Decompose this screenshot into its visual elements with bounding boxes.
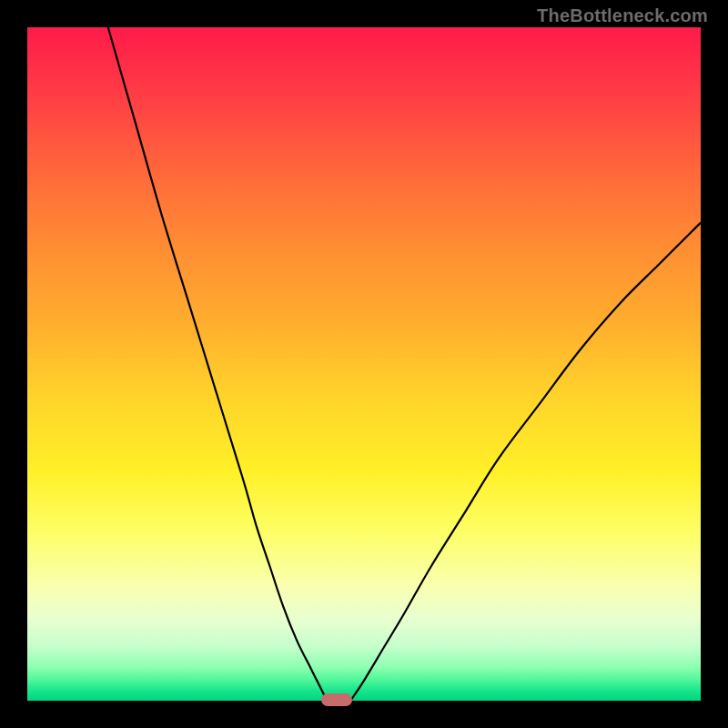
chart-root: { "watermark": { "text": "TheBottleneck.…	[0, 0, 728, 728]
optimal-marker	[321, 693, 352, 706]
watermark-text: TheBottleneck.com	[537, 5, 708, 26]
plot-background	[27, 27, 701, 701]
